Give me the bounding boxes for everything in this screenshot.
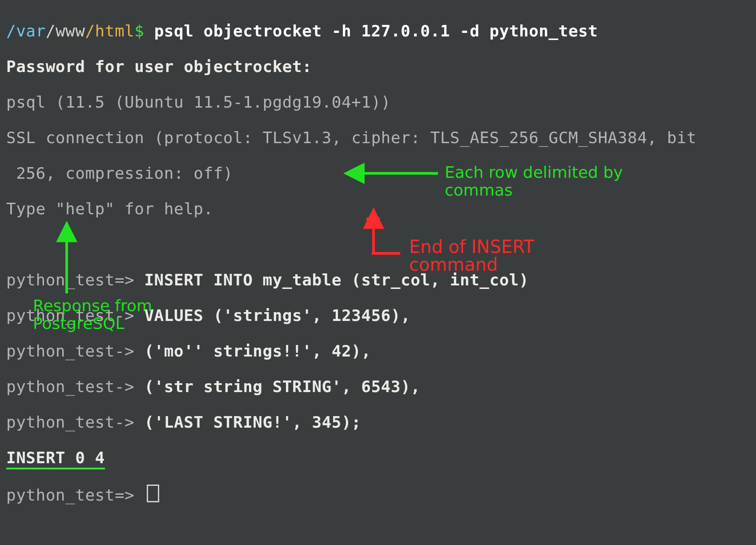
sql-line-3: python_test-> ('mo'' strings!!', 42),	[6, 342, 750, 360]
psql-prompt-cont: python_test->	[6, 413, 144, 431]
ssl-line-2: 256, compression: off)	[6, 164, 750, 182]
path-html: /html	[85, 22, 134, 40]
psql-prompt-cont: python_test->	[6, 342, 144, 360]
path-www: /www	[46, 22, 85, 40]
terminal[interactable]: /var/www/html$ psql objectrocket -h 127.…	[0, 0, 756, 526]
psql-prompt-eq: python_test=>	[6, 486, 144, 504]
help-line: Type "help" for help.	[6, 200, 750, 218]
prompt-dollar: $	[134, 22, 144, 40]
sql-line-5: python_test-> ('LAST STRING!', 345);	[6, 413, 750, 431]
password-line: Password for user objectrocket:	[6, 58, 750, 76]
blank-line	[6, 236, 750, 253]
path-var: /var	[6, 22, 46, 40]
psql-prompt-cont: python_test->	[6, 377, 144, 396]
sql-text-5: ('LAST STRING!', 345);	[144, 413, 361, 431]
psql-prompt-cont: python_test->	[6, 306, 144, 325]
sql-text-4: ('str string STRING', 6543),	[144, 377, 420, 396]
final-prompt-line[interactable]: python_test=>	[6, 485, 750, 504]
sql-line-1: python_test=> INSERT INTO my_table (str_…	[6, 271, 750, 289]
semicolon-underline-icon	[366, 217, 380, 221]
sql-text-1: INSERT INTO my_table (str_col, int_col)	[144, 271, 529, 289]
ssl-line-1: SSL connection (protocol: TLSv1.3, ciphe…	[6, 129, 750, 147]
psql-prompt-eq: python_test=>	[6, 271, 144, 289]
shell-command: psql objectrocket -h 127.0.0.1 -d python…	[154, 22, 598, 40]
sql-text-2: VALUES ('strings', 123456),	[144, 306, 410, 325]
cursor-icon	[147, 485, 159, 502]
insert-response-line: INSERT 0 4	[6, 449, 750, 467]
sql-text-3: ('mo'' strings!!', 42),	[144, 342, 371, 360]
sql-line-4: python_test-> ('str string STRING', 6543…	[6, 378, 750, 396]
insert-response: INSERT 0 4	[6, 449, 105, 469]
psql-version-line: psql (11.5 (Ubuntu 11.5-1.pgdg19.04+1))	[6, 93, 750, 111]
sql-line-2: python_test-> VALUES ('strings', 123456)…	[6, 307, 750, 325]
shell-prompt-line[interactable]: /var/www/html$ psql objectrocket -h 127.…	[6, 22, 750, 40]
